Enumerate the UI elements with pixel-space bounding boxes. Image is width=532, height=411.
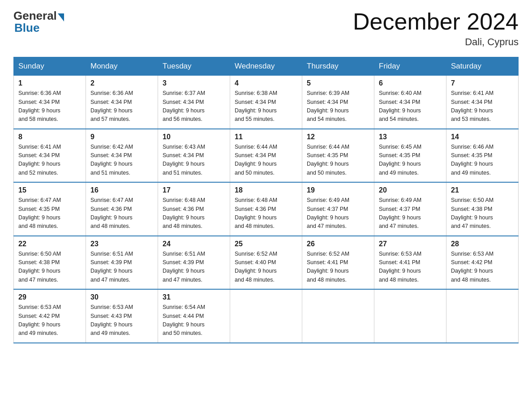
table-row bbox=[230, 289, 302, 343]
page-header: General Blue December 2024 Dali, Cyprus bbox=[13, 9, 519, 48]
day-number: 19 bbox=[307, 186, 369, 194]
table-row: 27 Sunrise: 6:53 AM Sunset: 4:41 PM Dayl… bbox=[374, 236, 446, 290]
day-info: Sunrise: 6:43 AM Sunset: 4:34 PM Dayligh… bbox=[163, 143, 225, 178]
day-info: Sunrise: 6:45 AM Sunset: 4:35 PM Dayligh… bbox=[379, 143, 442, 178]
col-monday: Monday bbox=[86, 57, 158, 76]
table-row: 21 Sunrise: 6:50 AM Sunset: 4:38 PM Dayl… bbox=[446, 182, 519, 236]
logo: General Blue bbox=[13, 9, 65, 35]
col-friday: Friday bbox=[374, 57, 446, 76]
day-number: 8 bbox=[18, 133, 81, 141]
col-sunday: Sunday bbox=[14, 57, 86, 76]
day-info: Sunrise: 6:51 AM Sunset: 4:39 PM Dayligh… bbox=[163, 250, 225, 285]
table-row bbox=[446, 289, 519, 343]
day-info: Sunrise: 6:50 AM Sunset: 4:38 PM Dayligh… bbox=[18, 250, 81, 285]
title-area: December 2024 Dali, Cyprus bbox=[353, 9, 519, 48]
table-row: 31 Sunrise: 6:54 AM Sunset: 4:44 PM Dayl… bbox=[158, 289, 230, 343]
day-number: 29 bbox=[18, 293, 81, 301]
table-row: 20 Sunrise: 6:49 AM Sunset: 4:37 PM Dayl… bbox=[374, 182, 446, 236]
day-info: Sunrise: 6:49 AM Sunset: 4:37 PM Dayligh… bbox=[307, 196, 369, 231]
table-row: 5 Sunrise: 6:39 AM Sunset: 4:34 PM Dayli… bbox=[302, 76, 374, 129]
day-info: Sunrise: 6:39 AM Sunset: 4:34 PM Dayligh… bbox=[307, 89, 369, 124]
col-thursday: Thursday bbox=[302, 57, 374, 76]
table-row: 19 Sunrise: 6:49 AM Sunset: 4:37 PM Dayl… bbox=[302, 182, 374, 236]
calendar-week-row: 29 Sunrise: 6:53 AM Sunset: 4:42 PM Dayl… bbox=[14, 289, 519, 343]
day-number: 13 bbox=[379, 133, 442, 141]
table-row: 13 Sunrise: 6:45 AM Sunset: 4:35 PM Dayl… bbox=[374, 129, 446, 183]
day-number: 1 bbox=[18, 79, 81, 87]
month-title: December 2024 bbox=[353, 9, 519, 34]
table-row: 16 Sunrise: 6:47 AM Sunset: 4:36 PM Dayl… bbox=[86, 182, 158, 236]
day-number: 5 bbox=[307, 79, 369, 87]
day-number: 24 bbox=[163, 240, 225, 248]
day-number: 28 bbox=[451, 240, 514, 248]
day-info: Sunrise: 6:42 AM Sunset: 4:34 PM Dayligh… bbox=[90, 143, 153, 178]
day-number: 23 bbox=[90, 240, 153, 248]
day-number: 18 bbox=[235, 186, 297, 194]
day-info: Sunrise: 6:48 AM Sunset: 4:36 PM Dayligh… bbox=[163, 196, 225, 231]
calendar-week-row: 8 Sunrise: 6:41 AM Sunset: 4:34 PM Dayli… bbox=[14, 129, 519, 183]
table-row: 24 Sunrise: 6:51 AM Sunset: 4:39 PM Dayl… bbox=[158, 236, 230, 290]
logo-arrow-icon bbox=[58, 13, 64, 21]
day-info: Sunrise: 6:49 AM Sunset: 4:37 PM Dayligh… bbox=[379, 196, 442, 231]
table-row: 15 Sunrise: 6:47 AM Sunset: 4:35 PM Dayl… bbox=[14, 182, 86, 236]
day-number: 7 bbox=[451, 79, 514, 87]
day-number: 3 bbox=[163, 79, 225, 87]
day-info: Sunrise: 6:53 AM Sunset: 4:42 PM Dayligh… bbox=[451, 250, 514, 285]
table-row: 14 Sunrise: 6:46 AM Sunset: 4:35 PM Dayl… bbox=[446, 129, 519, 183]
day-info: Sunrise: 6:46 AM Sunset: 4:35 PM Dayligh… bbox=[451, 143, 514, 178]
table-row: 26 Sunrise: 6:52 AM Sunset: 4:41 PM Dayl… bbox=[302, 236, 374, 290]
table-row: 4 Sunrise: 6:38 AM Sunset: 4:34 PM Dayli… bbox=[230, 76, 302, 129]
table-row: 3 Sunrise: 6:37 AM Sunset: 4:34 PM Dayli… bbox=[158, 76, 230, 129]
day-info: Sunrise: 6:44 AM Sunset: 4:34 PM Dayligh… bbox=[235, 143, 297, 178]
col-wednesday: Wednesday bbox=[230, 57, 302, 76]
table-row: 8 Sunrise: 6:41 AM Sunset: 4:34 PM Dayli… bbox=[14, 129, 86, 183]
day-number: 25 bbox=[235, 240, 297, 248]
day-number: 30 bbox=[90, 293, 153, 301]
table-row bbox=[374, 289, 446, 343]
day-number: 4 bbox=[235, 79, 297, 87]
table-row: 29 Sunrise: 6:53 AM Sunset: 4:42 PM Dayl… bbox=[14, 289, 86, 343]
day-info: Sunrise: 6:54 AM Sunset: 4:44 PM Dayligh… bbox=[163, 303, 225, 338]
table-row: 23 Sunrise: 6:51 AM Sunset: 4:39 PM Dayl… bbox=[86, 236, 158, 290]
table-row: 1 Sunrise: 6:36 AM Sunset: 4:34 PM Dayli… bbox=[14, 76, 86, 129]
day-info: Sunrise: 6:53 AM Sunset: 4:41 PM Dayligh… bbox=[379, 250, 442, 285]
day-number: 20 bbox=[379, 186, 442, 194]
day-info: Sunrise: 6:36 AM Sunset: 4:34 PM Dayligh… bbox=[18, 89, 81, 124]
table-row: 17 Sunrise: 6:48 AM Sunset: 4:36 PM Dayl… bbox=[158, 182, 230, 236]
day-info: Sunrise: 6:50 AM Sunset: 4:38 PM Dayligh… bbox=[451, 196, 514, 231]
calendar-table: Sunday Monday Tuesday Wednesday Thursday… bbox=[13, 57, 519, 343]
calendar-week-row: 1 Sunrise: 6:36 AM Sunset: 4:34 PM Dayli… bbox=[14, 76, 519, 129]
day-number: 26 bbox=[307, 240, 369, 248]
col-saturday: Saturday bbox=[446, 57, 519, 76]
calendar-week-row: 22 Sunrise: 6:50 AM Sunset: 4:38 PM Dayl… bbox=[14, 236, 519, 290]
day-number: 9 bbox=[90, 133, 153, 141]
day-number: 16 bbox=[90, 186, 153, 194]
day-number: 2 bbox=[90, 79, 153, 87]
day-number: 17 bbox=[163, 186, 225, 194]
day-number: 10 bbox=[163, 133, 225, 141]
day-info: Sunrise: 6:52 AM Sunset: 4:41 PM Dayligh… bbox=[307, 250, 369, 285]
day-info: Sunrise: 6:41 AM Sunset: 4:34 PM Dayligh… bbox=[451, 89, 514, 124]
day-info: Sunrise: 6:37 AM Sunset: 4:34 PM Dayligh… bbox=[163, 89, 225, 124]
table-row: 10 Sunrise: 6:43 AM Sunset: 4:34 PM Dayl… bbox=[158, 129, 230, 183]
day-number: 6 bbox=[379, 79, 442, 87]
table-row: 28 Sunrise: 6:53 AM Sunset: 4:42 PM Dayl… bbox=[446, 236, 519, 290]
day-number: 12 bbox=[307, 133, 369, 141]
table-row: 18 Sunrise: 6:48 AM Sunset: 4:36 PM Dayl… bbox=[230, 182, 302, 236]
day-info: Sunrise: 6:47 AM Sunset: 4:36 PM Dayligh… bbox=[90, 196, 153, 231]
day-number: 14 bbox=[451, 133, 514, 141]
day-number: 21 bbox=[451, 186, 514, 194]
table-row: 6 Sunrise: 6:40 AM Sunset: 4:34 PM Dayli… bbox=[374, 76, 446, 129]
day-info: Sunrise: 6:52 AM Sunset: 4:40 PM Dayligh… bbox=[235, 250, 297, 285]
day-number: 22 bbox=[18, 240, 81, 248]
logo-blue-text: Blue bbox=[13, 21, 39, 35]
location: Dali, Cyprus bbox=[353, 36, 519, 48]
table-row: 9 Sunrise: 6:42 AM Sunset: 4:34 PM Dayli… bbox=[86, 129, 158, 183]
day-number: 27 bbox=[379, 240, 442, 248]
day-number: 31 bbox=[163, 293, 225, 301]
day-info: Sunrise: 6:48 AM Sunset: 4:36 PM Dayligh… bbox=[235, 196, 297, 231]
day-info: Sunrise: 6:53 AM Sunset: 4:42 PM Dayligh… bbox=[18, 303, 81, 338]
day-info: Sunrise: 6:44 AM Sunset: 4:35 PM Dayligh… bbox=[307, 143, 369, 178]
table-row: 22 Sunrise: 6:50 AM Sunset: 4:38 PM Dayl… bbox=[14, 236, 86, 290]
table-row: 25 Sunrise: 6:52 AM Sunset: 4:40 PM Dayl… bbox=[230, 236, 302, 290]
